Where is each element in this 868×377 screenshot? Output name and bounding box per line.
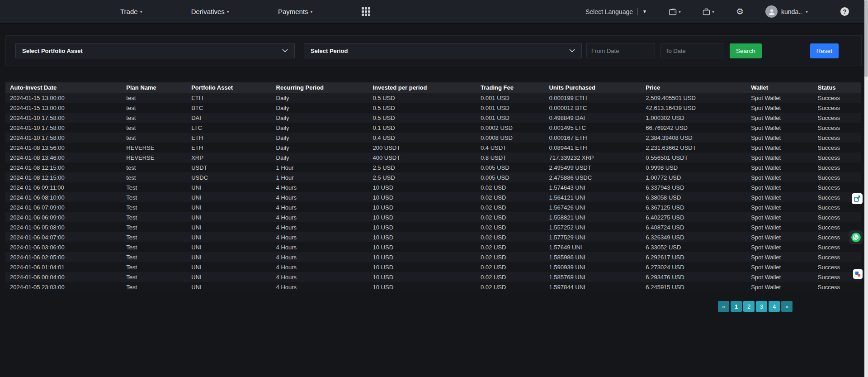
- table-header: Auto-Invest Date Plan Name Portfolio Ass…: [5, 82, 861, 93]
- table-cell: 6.273024 USD: [642, 262, 747, 272]
- table-cell: 0.02 USD: [477, 232, 545, 242]
- table-row: 2024-01-08 12:15:00testUSDT1 Hour2.5 USD…: [5, 162, 861, 172]
- table-cell: 200 USDT: [369, 143, 477, 153]
- table-row: 2024-01-15 13:00:00testETHDaily0.5 USD0.…: [5, 93, 861, 103]
- chevron-down-icon: [282, 49, 288, 52]
- nav-item-payments[interactable]: Payments ▾: [278, 8, 313, 15]
- table-cell: 6.292617 USD: [642, 252, 747, 262]
- table-cell: UNI: [188, 212, 272, 222]
- table-cell: Spot Wallet: [747, 182, 814, 192]
- table-cell: 1.564121 UNI: [545, 192, 642, 202]
- nav-item-derivatives[interactable]: Derivatives ▾: [191, 8, 229, 15]
- table-cell: 0.000167 ETH: [545, 133, 642, 143]
- table-cell: 0.02 USD: [477, 202, 545, 212]
- table-cell: Spot Wallet: [747, 93, 814, 103]
- table-cell: 2024-01-10 17:58:00: [5, 113, 123, 123]
- table-cell: Test: [123, 212, 188, 222]
- table-body: 2024-01-15 13:00:00testETHDaily0.5 USD0.…: [5, 93, 861, 292]
- table-cell: 66.769242 USD: [642, 123, 747, 133]
- table-cell: Daily: [273, 143, 369, 153]
- table-cell: 0.9998 USD: [642, 162, 747, 172]
- table-cell: Daily: [273, 153, 369, 162]
- table-cell: 1.557252 UNI: [545, 222, 642, 232]
- table-cell: 2024-01-10 17:58:00: [5, 123, 123, 133]
- table-cell: 10 USD: [369, 232, 477, 242]
- table-cell: 2.475886 USDC: [545, 172, 642, 182]
- period-select[interactable]: Select Period: [304, 43, 582, 58]
- help-icon[interactable]: ?: [840, 7, 849, 16]
- whatsapp-widget[interactable]: [849, 230, 863, 244]
- table-cell: 0.02 USD: [477, 262, 545, 272]
- table-cell: Test: [123, 182, 188, 192]
- nav-item-trade[interactable]: Trade ▾: [120, 8, 142, 15]
- language-selector[interactable]: Select Language ▼: [585, 8, 647, 15]
- table-cell: 0.02 USD: [477, 182, 545, 192]
- filter-panel: Select Portfolio Asset Select Period Sea…: [5, 35, 862, 66]
- table-cell: 6.408724 USD: [642, 222, 747, 232]
- table-cell: 400 USDT: [369, 153, 477, 162]
- table-cell: 2024-01-06 06:09:00: [5, 212, 123, 222]
- table-cell: 10 USD: [369, 242, 477, 252]
- table-cell: Daily: [273, 113, 369, 123]
- apps-grid-icon[interactable]: [362, 7, 370, 16]
- table-cell: Spot Wallet: [747, 172, 814, 182]
- table-cell: 0.5 USD: [369, 93, 477, 103]
- table-cell: 0.02 USD: [477, 192, 545, 202]
- pagination-page-3[interactable]: 3: [756, 301, 767, 312]
- search-button[interactable]: Search: [730, 43, 762, 58]
- pagination-page-4[interactable]: 4: [769, 301, 780, 312]
- chevron-down-icon: ▼: [642, 9, 647, 14]
- table-cell: 717.339232 XRP: [545, 153, 642, 162]
- table-cell: 2.5 USD: [369, 162, 477, 172]
- orders-menu[interactable]: ▾: [703, 8, 714, 15]
- table-cell: Success: [814, 143, 861, 153]
- user-menu[interactable]: kunda.. ▾: [765, 5, 808, 18]
- table-cell: USDT: [188, 162, 272, 172]
- table-cell: Success: [814, 123, 861, 133]
- table-cell: Success: [814, 212, 861, 222]
- table-cell: test: [123, 93, 188, 103]
- table-cell: 2024-01-06 09:11:00: [5, 182, 123, 192]
- table-cell: Spot Wallet: [747, 153, 814, 162]
- table-row: 2024-01-15 13:00:00testBTCDaily0.5 USD0.…: [5, 103, 861, 113]
- table-cell: 10 USD: [369, 212, 477, 222]
- table-cell: USDC: [188, 172, 272, 182]
- chevron-down-icon: ▾: [679, 10, 681, 14]
- portfolio-asset-select[interactable]: Select Portfolio Asset: [15, 43, 295, 58]
- table-cell: 2,231.63662 USDT: [642, 143, 747, 153]
- pagination-next-button[interactable]: »: [781, 301, 793, 312]
- table-cell: 0.001 USD: [477, 103, 545, 113]
- wallet-menu[interactable]: ▾: [669, 8, 681, 15]
- table-cell: Spot Wallet: [747, 202, 814, 212]
- reset-button[interactable]: Reset: [810, 43, 839, 58]
- from-date-input[interactable]: [586, 43, 655, 58]
- gear-icon[interactable]: ⚙: [736, 6, 744, 17]
- table-cell: Test: [123, 192, 188, 202]
- chevron-down-icon: ▾: [712, 10, 714, 14]
- table-cell: LTC: [188, 123, 272, 133]
- header-auto-invest-date: Auto-Invest Date: [5, 82, 123, 93]
- table-cell: 4 Hours: [273, 212, 369, 222]
- pagination-page-2[interactable]: 2: [743, 301, 755, 312]
- divider: [637, 8, 638, 15]
- pagination-page-1[interactable]: 1: [731, 301, 742, 312]
- table-cell: 1.000302 USD: [642, 113, 747, 123]
- table-cell: 0.02 USD: [477, 252, 545, 262]
- table-cell: 2024-01-06 02:05:00: [5, 252, 123, 262]
- table-cell: test: [123, 123, 188, 133]
- table-row: 2024-01-08 13:56:00REVERSEETHDaily200 US…: [5, 143, 861, 153]
- pagination-prev-button[interactable]: «: [718, 301, 729, 312]
- table-cell: Test: [123, 242, 188, 252]
- table-cell: 2024-01-08 12:15:00: [5, 162, 123, 172]
- table-row: 2024-01-06 04:07:00TestUNI4 Hours10 USD0…: [5, 232, 861, 242]
- support-widget[interactable]: [852, 193, 863, 204]
- table-cell: Spot Wallet: [747, 123, 814, 133]
- to-date-input[interactable]: [660, 43, 724, 58]
- table-cell: 10 USD: [369, 182, 477, 192]
- table-cell: 1.57649 UNI: [545, 242, 642, 252]
- table-cell: 0.089441 ETH: [545, 143, 642, 153]
- chat-widget[interactable]: [853, 269, 863, 279]
- scrollbar-thumb[interactable]: [864, 0, 868, 77]
- table-cell: 6.33052 USD: [642, 242, 747, 252]
- table-cell: 4 Hours: [273, 182, 369, 192]
